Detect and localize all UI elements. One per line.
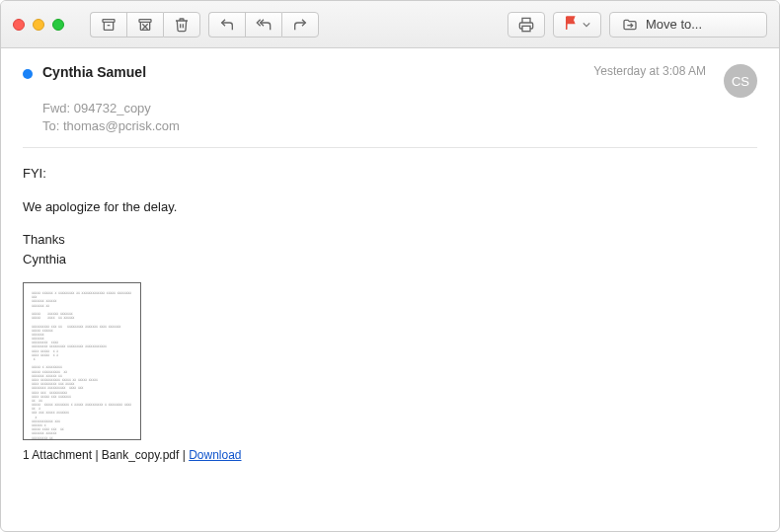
unread-indicator (23, 69, 33, 79)
move-to-label: Move to... (646, 17, 702, 32)
body-line-2: We apologize for the delay. (23, 197, 757, 217)
titlebar: Move to... (1, 1, 779, 48)
maximize-window-button[interactable] (52, 19, 64, 31)
print-button[interactable] (507, 12, 545, 38)
flag-icon (564, 15, 580, 34)
reply-group (208, 12, 319, 38)
window-controls (13, 19, 64, 31)
download-link[interactable]: Download (189, 448, 241, 462)
body-line-1: FYI: (23, 164, 757, 184)
attachment-info: 1 Attachment | Bank_copy.pdf | Download (23, 448, 757, 462)
archive-button[interactable] (90, 12, 126, 38)
reply-all-button[interactable] (245, 12, 281, 38)
delete-group (90, 12, 200, 38)
message-body: FYI: We apologize for the delay. Thanks … (23, 164, 757, 268)
attachment-sep-1: | (92, 448, 102, 462)
attachment-count: 1 Attachment (23, 448, 92, 462)
sender-name: Cynthia Samuel (42, 64, 584, 80)
to-row: To: thomas@pcrisk.com (42, 118, 757, 133)
attachment-filename: Bank_copy.pdf (102, 448, 180, 462)
svg-rect-5 (522, 26, 530, 31)
message-header: Cynthia Samuel Yesterday at 3:08 AM CS (23, 64, 757, 98)
message-timestamp: Yesterday at 3:08 AM (593, 64, 706, 78)
attachment-thumbnail-preview: XXXXX XXXXXX X XXXXXXXXX XX XXXXXXXXXXXX… (24, 283, 140, 440)
minimize-window-button[interactable] (33, 19, 44, 31)
close-window-button[interactable] (13, 19, 25, 31)
svg-rect-2 (139, 19, 151, 22)
junk-button[interactable] (126, 12, 163, 38)
attachment-thumbnail[interactable]: XXXXX XXXXXX X XXXXXXXXX XX XXXXXXXXXXXX… (23, 282, 141, 440)
forward-button[interactable] (281, 12, 319, 38)
sender-avatar: CS (724, 64, 757, 98)
svg-rect-0 (103, 19, 115, 22)
reply-button[interactable] (208, 12, 245, 38)
move-to-dropdown[interactable]: Move to... (609, 12, 767, 38)
header-divider (23, 147, 757, 148)
attachment-sep-2: | (179, 448, 189, 462)
to-label: To: (42, 118, 59, 133)
body-line-3: Thanks (23, 230, 757, 250)
message-subject: Fwd: 094732_copy (42, 101, 757, 115)
trash-button[interactable] (163, 12, 200, 38)
message-content: Cynthia Samuel Yesterday at 3:08 AM CS F… (1, 48, 779, 478)
folder-icon (622, 17, 638, 33)
body-line-4: Cynthia (23, 250, 757, 269)
flag-button[interactable] (553, 12, 601, 38)
to-value: thomas@pcrisk.com (63, 118, 180, 133)
